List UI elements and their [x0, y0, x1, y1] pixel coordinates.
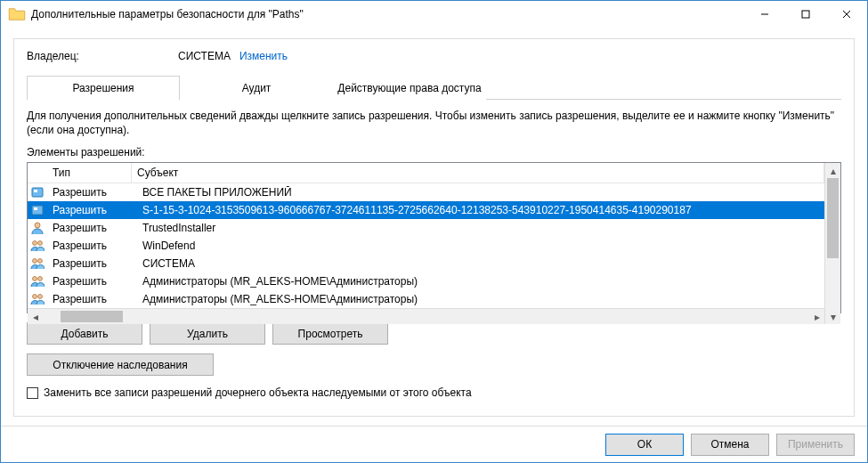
svg-point-8	[35, 223, 40, 228]
row-subject: TrustedInstaller	[137, 222, 824, 234]
hscroll-thumb[interactable]	[61, 311, 123, 322]
owner-value: СИСТЕМА	[178, 50, 231, 62]
vscroll-thumb[interactable]	[827, 178, 839, 258]
row-type: Разрешить	[47, 222, 137, 234]
list-body[interactable]: РазрешитьВСЕ ПАКЕТЫ ПРИЛОЖЕНИЙРазрешитьS…	[28, 183, 824, 308]
list-header: Тип Субъект	[28, 163, 824, 183]
view-button[interactable]: Просмотреть	[272, 322, 388, 345]
svg-point-13	[33, 277, 37, 281]
svg-point-9	[33, 241, 37, 246]
principal-icon	[28, 185, 47, 199]
owner-row: Владелец: СИСТЕМА Изменить	[27, 50, 841, 62]
disable-inheritance-button[interactable]: Отключение наследования	[27, 353, 214, 376]
content-panel: Владелец: СИСТЕМА Изменить Разрешения Ау…	[13, 38, 855, 417]
table-row[interactable]: РазрешитьСИСТЕМА	[28, 255, 824, 272]
window-controls	[744, 1, 867, 28]
row-type: Разрешить	[47, 240, 137, 252]
permissions-list-label: Элементы разрешений:	[27, 146, 841, 158]
maximize-button[interactable]	[785, 1, 826, 28]
vertical-scrollbar[interactable]: ▴ ▾	[824, 163, 840, 324]
row-subject: WinDefend	[137, 240, 824, 252]
remove-button[interactable]: Удалить	[150, 322, 265, 345]
scroll-down-button[interactable]: ▾	[825, 309, 840, 324]
folder-icon	[8, 5, 26, 23]
table-row[interactable]: РазрешитьTrustedInstaller	[28, 219, 824, 237]
apply-button[interactable]: Применить	[776, 434, 855, 456]
minimize-button[interactable]	[744, 1, 785, 28]
principal-icon	[28, 203, 47, 217]
vscroll-track[interactable]	[825, 178, 840, 309]
table-row[interactable]: РазрешитьАдминистраторы (MR_ALEKS-HOME\А…	[28, 272, 824, 290]
row-subject: ВСЕ ПАКЕТЫ ПРИЛОЖЕНИЙ	[137, 186, 824, 199]
principal-icon	[28, 292, 47, 306]
principal-icon	[28, 274, 47, 288]
row-type: Разрешить	[47, 293, 137, 305]
window-title: Дополнительные параметры безопасности дл…	[31, 8, 744, 20]
scroll-right-button[interactable]: ▸	[809, 309, 824, 324]
principal-icon	[28, 239, 47, 253]
table-row[interactable]: РазрешитьWinDefend	[28, 237, 824, 255]
principal-icon	[28, 256, 47, 271]
svg-point-14	[38, 277, 43, 281]
owner-label: Владелец:	[27, 50, 178, 62]
svg-point-10	[38, 241, 43, 246]
cancel-button[interactable]: Отмена	[691, 434, 769, 456]
action-buttons: Добавить Удалить Просмотреть	[27, 322, 841, 345]
close-button[interactable]	[826, 1, 867, 28]
principal-icon	[28, 221, 47, 235]
tab-strip: Разрешения Аудит Действующие права досту…	[27, 75, 841, 100]
tab-permissions[interactable]: Разрешения	[27, 76, 180, 100]
scroll-up-button[interactable]: ▴	[825, 163, 840, 178]
row-type: Разрешить	[47, 257, 137, 270]
svg-point-15	[33, 295, 37, 299]
svg-point-11	[33, 259, 37, 264]
tab-effective-access[interactable]: Действующие права доступа	[333, 76, 486, 100]
hscroll-track[interactable]	[43, 309, 809, 324]
svg-rect-1	[802, 11, 809, 18]
column-type[interactable]: Тип	[47, 163, 132, 183]
svg-point-12	[38, 259, 43, 264]
table-row[interactable]: РазрешитьАдминистраторы (MR_ALEKS-HOME\А…	[28, 290, 824, 308]
row-subject: СИСТЕМА	[137, 257, 824, 270]
tab-audit[interactable]: Аудит	[180, 76, 333, 100]
table-row[interactable]: РазрешитьВСЕ ПАКЕТЫ ПРИЛОЖЕНИЙ	[28, 183, 824, 201]
row-subject: S-1-15-3-1024-3153509613-960666767-37246…	[137, 204, 824, 216]
table-row[interactable]: РазрешитьS-1-15-3-1024-3153509613-960666…	[28, 201, 824, 219]
ok-button[interactable]: ОК	[605, 434, 684, 456]
dialog-footer: ОК Отмена Применить	[1, 426, 867, 462]
replace-checkbox[interactable]	[27, 387, 38, 399]
client-area: Владелец: СИСТЕМА Изменить Разрешения Ау…	[1, 28, 867, 426]
description-text: Для получения дополнительных сведений дв…	[27, 109, 841, 137]
scroll-left-button[interactable]: ◂	[28, 309, 43, 324]
inheritance-buttons: Отключение наследования	[27, 353, 841, 376]
advanced-security-window: Дополнительные параметры безопасности дл…	[0, 0, 868, 463]
row-subject: Администраторы (MR_ALEKS-HOME\Администра…	[137, 293, 824, 305]
svg-point-16	[38, 295, 43, 299]
owner-change-link[interactable]: Изменить	[239, 50, 288, 62]
svg-rect-5	[34, 190, 37, 192]
replace-checkbox-label[interactable]: Заменить все записи разрешений дочернего…	[44, 386, 472, 399]
column-icon[interactable]	[28, 163, 47, 183]
row-type: Разрешить	[47, 204, 137, 216]
svg-rect-7	[34, 207, 37, 210]
horizontal-scrollbar[interactable]: ◂ ▸	[28, 308, 824, 324]
add-button[interactable]: Добавить	[27, 322, 142, 345]
permissions-list: Тип Субъект РазрешитьВСЕ ПАКЕТЫ ПРИЛОЖЕН…	[27, 162, 841, 313]
row-type: Разрешить	[47, 186, 137, 199]
titlebar[interactable]: Дополнительные параметры безопасности дл…	[1, 1, 867, 28]
row-type: Разрешить	[47, 275, 137, 288]
replace-checkbox-row: Заменить все записи разрешений дочернего…	[27, 386, 841, 399]
row-subject: Администраторы (MR_ALEKS-HOME\Администра…	[137, 275, 824, 288]
column-subject[interactable]: Субъект	[132, 163, 824, 183]
